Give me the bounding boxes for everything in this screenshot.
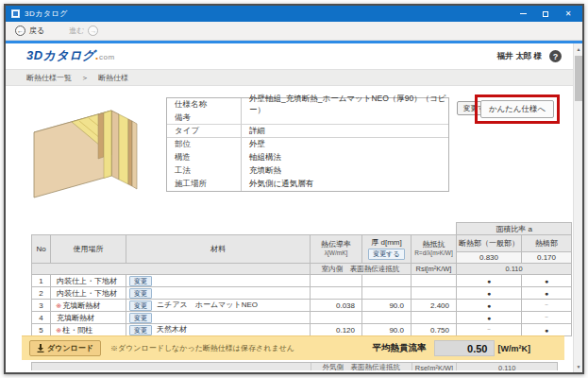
- download-button[interactable]: ダウンロード: [29, 340, 101, 356]
- lambda-value: [311, 287, 362, 300]
- table-row: 5 ※柱・間柱 変更天然木材 0.120 90.0 0.750 － ●: [32, 324, 572, 336]
- table-row: 2 内装仕上・下地材 変更 ● ●: [32, 287, 572, 300]
- back-button[interactable]: ← 戻る: [15, 26, 44, 36]
- insulation-flag: ●: [457, 287, 522, 300]
- app-icon: [11, 9, 20, 18]
- spec-value: 詳細: [241, 125, 448, 137]
- row-no: 5: [32, 324, 51, 336]
- title-bar: 3Dカタログ ✕: [6, 6, 582, 22]
- bridge-flag: －: [522, 312, 572, 324]
- change-material-button[interactable]: 変更: [129, 325, 152, 335]
- thickness-title: 厚 d[mm]: [371, 238, 401, 247]
- conductivity-title: 熱伝導率: [321, 240, 351, 249]
- site-logo[interactable]: 3Dカタログ.com: [26, 47, 115, 64]
- avg-u-value: 0.50: [434, 340, 495, 356]
- scrollbar-thumb[interactable]: [575, 56, 582, 101]
- row-no: 4: [32, 312, 51, 324]
- change-material-button[interactable]: 変更: [129, 276, 152, 286]
- resistance-unit: R=d/λ[m²K/W]: [413, 249, 454, 257]
- thickness-value: [362, 312, 412, 324]
- back-label: 戻る: [29, 26, 44, 36]
- place-label: 柱・間柱: [62, 326, 92, 335]
- resistance-value: [412, 275, 457, 287]
- breadcrumb-parent-link[interactable]: 断熱仕様一覧: [26, 73, 72, 83]
- material-name: 天然木材: [157, 325, 187, 334]
- area-ratio-bridge: 0.170: [522, 252, 572, 264]
- required-mark: ※: [56, 326, 61, 335]
- download-icon: [37, 344, 44, 352]
- col-header-resistance: 熱抵抗 R=d/λ[m²K/W]: [412, 235, 457, 264]
- lambda-value: [311, 312, 362, 324]
- spec-value: 外壁: [241, 138, 448, 151]
- insulation-flag: －: [457, 324, 522, 336]
- outside-surface-symbol: Rse[m²K/W]: [412, 363, 458, 370]
- surface-resistance-row: 室内側 表面熱伝達抵抗 Rsi[m²K/W] 0.110: [32, 264, 572, 275]
- minimize-icon: [520, 13, 527, 14]
- resistance-value: 2.400: [412, 300, 457, 312]
- conductivity-unit: λ[W/mK]: [312, 249, 360, 257]
- easy-spec-button[interactable]: かんたん仕様へ: [480, 100, 554, 118]
- area-ratio-group-header: 面積比率 a: [457, 223, 572, 235]
- breadcrumb-separator: ＞: [81, 73, 89, 83]
- spec-summary: 仕様名称外壁軸組_充填断熱_ホームマットNEO（厚90）（コピー） 備考 タイプ…: [166, 97, 449, 192]
- insulation-flag: ●: [457, 275, 522, 287]
- resistance-value: [412, 312, 457, 324]
- table-row: 3 ※充填断熱材 変更ニチアス ホームマットNEO 0.038 90.0 2.4…: [32, 300, 572, 312]
- vertical-scrollbar[interactable]: ▲ ▼: [573, 43, 582, 372]
- col-header-insulation-part: 断熱部（一般部）: [457, 235, 522, 252]
- bridge-flag: －: [522, 300, 572, 312]
- spec-label: 仕様名称: [167, 99, 241, 111]
- avg-u-value-label: 平均熱貫流率: [373, 342, 427, 354]
- thickness-value: [362, 275, 412, 287]
- spec-label: 施工場所: [167, 179, 241, 190]
- maximize-button[interactable]: [541, 9, 550, 19]
- close-button[interactable]: ✕: [563, 9, 573, 19]
- outside-surface-label: 外気側 表面熱伝達抵抗: [311, 363, 412, 370]
- forward-button[interactable]: 進む →: [69, 26, 98, 36]
- table-row: 4 充填断熱材 変更 ● －: [32, 312, 572, 324]
- place-label: 充填断熱材: [62, 301, 100, 310]
- spec-label: 工法: [167, 165, 241, 177]
- col-header-bridge-part: 熱橋部: [522, 235, 572, 252]
- thickness-value: [362, 287, 412, 300]
- spec-label: タイプ: [167, 126, 241, 137]
- screenshot-frame: 3Dカタログ ✕ ← 戻る 進む → 3Dカタログ.com: [0, 0, 588, 378]
- forward-arrow-icon: →: [88, 26, 98, 36]
- lambda-value: 0.038: [311, 300, 362, 312]
- col-header-material: 材料: [126, 235, 311, 264]
- insulation-flag: ●: [457, 300, 522, 312]
- table-row: 1 内装仕上・下地材 変更 ● ●: [32, 275, 572, 287]
- outside-surface-value: 0.110: [457, 363, 557, 370]
- spec-value: 軸組構法: [241, 151, 448, 164]
- change-material-button[interactable]: 変更: [129, 301, 152, 311]
- lambda-value: [311, 275, 362, 287]
- help-icon[interactable]: ?: [549, 50, 562, 62]
- row-no: 2: [32, 287, 51, 300]
- bridge-flag: ●: [522, 287, 572, 300]
- download-footer-bar: ダウンロード ※ダウンロードしなかった断熱仕様は保存されません 平均熱貫流率 0…: [22, 335, 564, 360]
- minimize-button[interactable]: [518, 9, 528, 19]
- logo-suffix: com: [99, 53, 115, 61]
- surface-resistance-value: 0.110: [457, 264, 572, 275]
- download-note: ※ダウンロードしなかった断熱仕様は保存されません: [110, 343, 294, 353]
- place-label: 内装仕上・下地材: [57, 289, 117, 298]
- place-label: 内装仕上・下地材: [57, 277, 117, 285]
- user-name: 福井 太郎 様: [497, 51, 542, 62]
- row-no: 1: [32, 275, 51, 287]
- change-material-button[interactable]: 変更: [129, 288, 152, 299]
- change-material-button[interactable]: 変更: [129, 313, 152, 323]
- material-name: ニチアス ホームマットNEO: [157, 301, 258, 309]
- col-header-place: 使用場所: [51, 235, 126, 264]
- forward-label: 進む: [69, 26, 84, 36]
- maximize-icon: [543, 11, 548, 17]
- surface-resistance-label: 室内側 表面熱伝達抵抗: [311, 264, 412, 275]
- avg-u-value-unit: [W/m²K]: [498, 344, 531, 353]
- back-arrow-icon: ←: [15, 26, 25, 36]
- spec-value: 外壁軸組_充填断熱_ホームマットNEO（厚90）（コピー）: [241, 98, 448, 112]
- scroll-up-icon[interactable]: ▲: [574, 43, 582, 55]
- scroll-down-icon[interactable]: ▼: [574, 361, 582, 372]
- page-content: 3Dカタログ.com 福井 太郎 様 ? 断熱仕様一覧 ＞ 断熱仕様: [6, 43, 582, 372]
- change-thickness-button[interactable]: 変更する: [368, 249, 404, 260]
- place-label: 充填断熱材: [57, 314, 94, 322]
- resistance-value: [412, 287, 457, 300]
